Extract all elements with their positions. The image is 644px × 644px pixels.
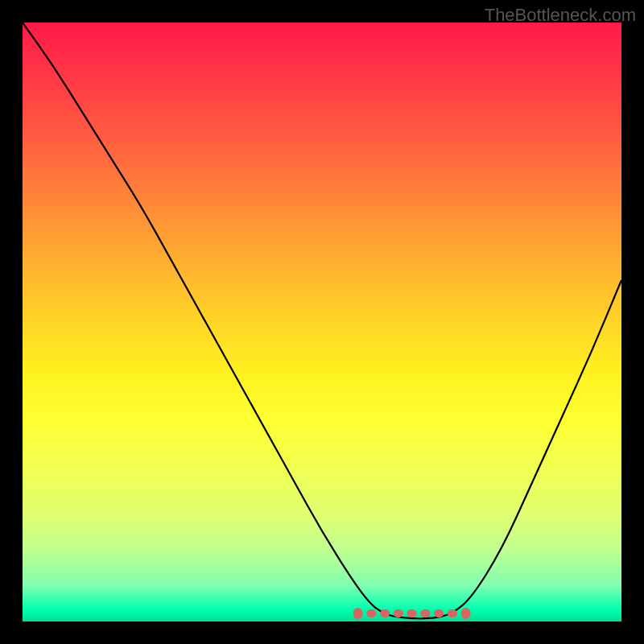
optimal-marker — [407, 609, 417, 617]
optimal-marker — [448, 609, 457, 617]
optimal-marker — [366, 609, 376, 617]
optimal-marker — [420, 609, 430, 617]
metric-curve — [23, 23, 621, 618]
optimal-marker — [353, 608, 363, 619]
chart-svg-layer — [23, 23, 621, 621]
chart-plot-area — [23, 23, 621, 621]
optimal-marker — [461, 608, 471, 619]
watermark-text: TheBottleneck.com — [485, 5, 636, 26]
optimal-marker — [380, 609, 390, 617]
optimal-zone-markers — [353, 608, 471, 619]
optimal-marker — [394, 609, 403, 617]
optimal-marker — [434, 609, 444, 617]
